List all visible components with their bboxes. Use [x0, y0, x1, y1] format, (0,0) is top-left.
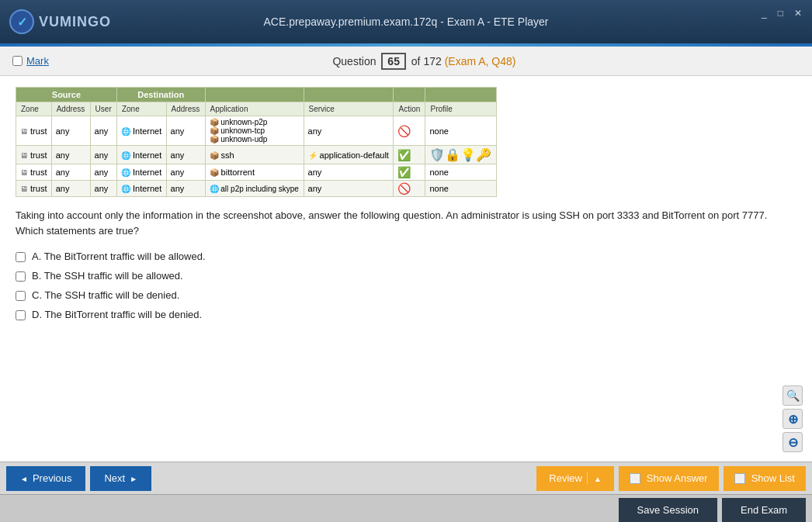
table-row: 🖥 trust any any 🌐 Internet any 🌐 all p2p… [16, 181, 497, 197]
mark-label[interactable]: Mark [26, 55, 49, 67]
answer-option-c: C. The SSH traffic will be denied. [16, 289, 796, 301]
answer-option-d: D. The BitTorrent traffic will be denied… [16, 309, 796, 320]
top-bar: Mark Question 65 of 172 (Exam A, Q48) [0, 47, 812, 76]
service-header [304, 88, 394, 102]
title-bar: ✓ VUMINGO ACE.prepaway.premium.exam.172q… [0, 0, 812, 43]
question-number: 65 [381, 53, 406, 70]
show-answer-label: Show Answer [647, 472, 708, 484]
previous-label: Previous [33, 472, 72, 484]
answer-checkbox-a[interactable] [16, 252, 26, 262]
table-row: 🖥 trust any any 🌐 Internet any 📦 ssh ⚡ a… [16, 146, 497, 164]
col-zone: Zone [16, 102, 52, 116]
show-list-button[interactable]: Show List [724, 466, 806, 491]
col-user: User [90, 102, 116, 116]
window-controls: _ □ ✕ [758, 6, 806, 20]
logo-text: VUMINGO [39, 14, 111, 30]
logo: ✓ VUMINGO [9, 9, 111, 34]
next-label: Next [104, 472, 125, 484]
firewall-table: Source Destination Zone Address User Zon… [16, 87, 497, 197]
col-profile: Profile [425, 102, 497, 116]
answer-label-c: C. The SSH traffic will be denied. [32, 289, 179, 301]
save-session-label: Save Session [637, 504, 699, 516]
application-header [205, 88, 304, 102]
col-dst-addr: Address [166, 102, 205, 116]
answer-label-b: B. The SSH traffic will be allowed. [32, 270, 183, 282]
total-questions: of 172 [411, 55, 442, 67]
col-service: Service [304, 102, 394, 116]
col-address: Address [51, 102, 90, 116]
answer-option-b: B. The SSH traffic will be allowed. [16, 270, 796, 282]
minimize-button[interactable]: _ [758, 6, 771, 20]
maximize-button[interactable]: □ [774, 6, 787, 20]
action-header [394, 88, 425, 102]
answer-checkbox-d[interactable] [16, 310, 26, 320]
question-label: Question [332, 55, 376, 67]
close-button[interactable]: ✕ [790, 6, 806, 20]
profile-header [425, 88, 497, 102]
main-content: Source Destination Zone Address User Zon… [0, 76, 812, 462]
review-button[interactable]: Review [536, 466, 614, 491]
question-info: Question 65 of 172 (Exam A, Q48) [332, 53, 515, 70]
end-exam-button[interactable]: End Exam [722, 498, 806, 523]
logo-icon: ✓ [9, 9, 34, 34]
search-icon[interactable]: 🔍 [783, 385, 803, 406]
source-header: Source [16, 88, 117, 102]
save-session-button[interactable]: Save Session [619, 498, 718, 523]
zoom-in-button[interactable]: ⊕ [783, 409, 803, 429]
previous-button[interactable]: Previous [6, 466, 85, 491]
mark-input[interactable] [12, 56, 23, 66]
next-arrow-icon [130, 472, 137, 484]
mark-checkbox[interactable]: Mark [12, 55, 49, 67]
answer-option-a: A. The BitTorrent traffic will be allowe… [16, 251, 796, 262]
show-answer-button[interactable]: Show Answer [619, 466, 719, 491]
show-list-checkbox-icon [734, 473, 745, 484]
show-answer-checkbox-icon [630, 473, 640, 484]
answer-checkbox-c[interactable] [16, 291, 26, 301]
answer-label-a: A. The BitTorrent traffic will be allowe… [32, 251, 206, 262]
answer-checkbox-b[interactable] [16, 271, 26, 282]
window-title: ACE.prepaway.premium.exam.172q - Exam A … [264, 16, 549, 28]
end-exam-label: End Exam [741, 504, 787, 516]
col-dst-zone: Zone [116, 102, 166, 116]
review-arrow-icon [594, 472, 602, 484]
show-list-label: Show List [751, 472, 795, 484]
zoom-out-button[interactable]: ⊖ [783, 432, 803, 452]
answer-label-d: D. The BitTorrent traffic will be denied… [32, 309, 202, 320]
question-text: Taking into account only the information… [16, 208, 796, 238]
col-application: Application [205, 102, 304, 116]
previous-arrow-icon [20, 472, 28, 484]
bottom-nav: Previous Next Review Show Answer Show Li… [0, 462, 812, 494]
exam-info: (Exam A, Q48) [445, 55, 516, 67]
next-button[interactable]: Next [90, 466, 151, 491]
table-row: 🖥 trust any any 🌐 Internet any 📦 bittorr… [16, 164, 497, 181]
destination-header: Destination [116, 88, 205, 102]
col-action: Action [394, 102, 425, 116]
bottom-actions: Save Session End Exam [0, 494, 812, 522]
zoom-controls: 🔍 ⊕ ⊖ [783, 385, 803, 452]
review-label: Review [549, 472, 582, 484]
table-row: 🖥 trust any any 🌐 Internet any 📦 unknown… [16, 116, 497, 146]
